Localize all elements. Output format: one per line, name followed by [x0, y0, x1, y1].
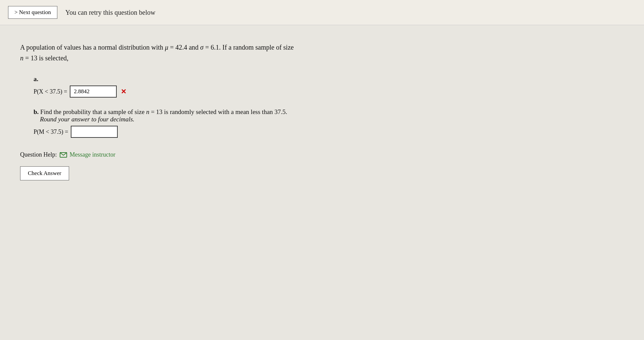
part-a-answer-row: P(X < 37.5) = ✕ [34, 86, 449, 98]
part-b: b. Find the probability that a sample of… [34, 108, 449, 138]
part-a-answer-label: P(X < 37.5) = [34, 88, 67, 95]
next-question-button[interactable]: > Next question [8, 6, 57, 19]
top-bar: > Next question You can retry this quest… [0, 0, 644, 25]
part-b-label: b. Find the probability that a sample of… [34, 108, 449, 123]
problem-line1: A population of values has a normal dist… [20, 44, 294, 51]
part-b-answer-row: P(M < 37.5) = [34, 126, 449, 138]
message-instructor-link[interactable]: Message instructor [70, 151, 115, 158]
part-a-label: a. [34, 75, 449, 83]
part-b-answer-label: P(M < 37.5) = [34, 128, 68, 135]
part-b-instruction: Find the probability that a sample of si… [34, 108, 287, 123]
question-help: Question Help: Message instructor [20, 151, 449, 158]
envelope-icon [60, 152, 67, 158]
part-a: a. P(X < 37.5) = ✕ [34, 75, 449, 98]
main-content: A population of values has a normal dist… [0, 25, 470, 194]
part-b-input[interactable] [71, 126, 118, 138]
check-answer-button[interactable]: Check Answer [20, 166, 69, 180]
retry-text: You can retry this question below [65, 9, 156, 16]
part-a-input[interactable] [70, 86, 117, 98]
question-help-label: Question Help: [20, 151, 57, 158]
problem-statement: A population of values has a normal dist… [20, 42, 449, 63]
wrong-indicator-a[interactable]: ✕ [121, 88, 126, 96]
problem-line2: n = 13 is selected, [20, 54, 68, 62]
